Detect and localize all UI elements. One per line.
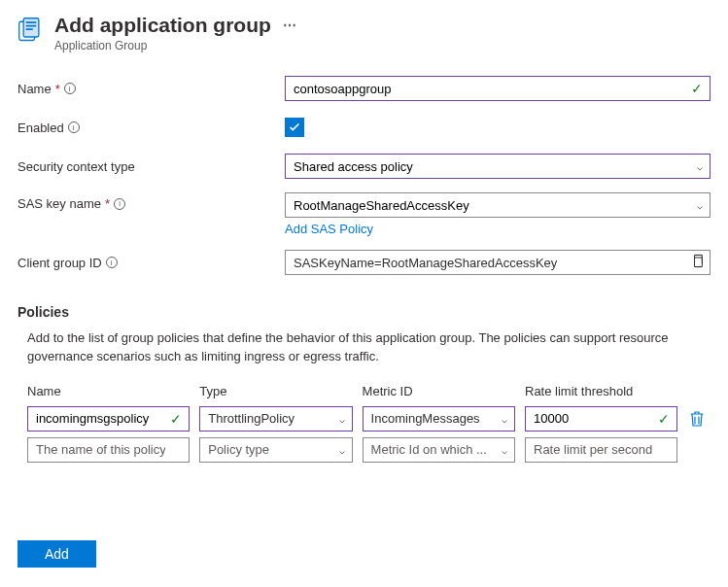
policy-row: Policy type ⌵ Metric Id on which ... ⌵ (27, 437, 711, 463)
security-context-select[interactable]: Shared access policy (285, 154, 711, 179)
policy-name-input[interactable] (27, 406, 190, 432)
svg-rect-4 (26, 28, 33, 30)
policy-rate-input[interactable] (525, 437, 677, 463)
page-subtitle: Application Group (54, 39, 711, 52)
svg-rect-3 (26, 25, 37, 27)
col-header-rate: Rate limit threshold (525, 384, 677, 398)
policy-metric-select[interactable]: Metric Id on which ... (363, 437, 515, 463)
info-icon[interactable]: i (68, 121, 80, 133)
add-button[interactable]: Add (17, 540, 96, 568)
policy-type-select[interactable]: ThrottlingPolicy (199, 406, 352, 432)
enabled-label: Enabled i (17, 121, 285, 135)
security-context-label: Security context type (17, 159, 285, 174)
more-actions-button[interactable]: ⋯ (283, 17, 296, 33)
policies-description: Add to the list of group policies that d… (27, 329, 711, 366)
policy-type-select[interactable]: Policy type (199, 437, 352, 463)
enabled-checkbox[interactable] (285, 118, 304, 137)
col-header-metric: Metric ID (363, 384, 515, 398)
name-label: Name* i (17, 82, 285, 96)
sas-key-select[interactable]: RootManageSharedAccessKey (285, 192, 711, 218)
name-input[interactable] (285, 76, 711, 101)
info-icon[interactable]: i (114, 198, 125, 210)
policy-metric-select[interactable]: IncomingMessages (363, 406, 515, 432)
trash-icon (690, 411, 704, 427)
svg-rect-5 (695, 258, 703, 267)
delete-row-button[interactable] (687, 409, 707, 429)
client-group-id-label: Client group ID i (17, 256, 285, 270)
info-icon[interactable]: i (64, 83, 76, 94)
client-group-id-value: SASKeyName=RootManageSharedAccessKey (285, 250, 711, 275)
copy-icon[interactable] (691, 255, 705, 271)
svg-rect-1 (23, 18, 39, 37)
policy-name-input[interactable] (27, 437, 190, 463)
policy-rate-input[interactable] (525, 406, 677, 432)
svg-rect-2 (26, 21, 37, 23)
page-header: Add application group ⋯ Application Grou… (17, 14, 711, 52)
policies-table: Name Type Metric ID Rate limit threshold… (27, 384, 711, 463)
page-title: Add application group (54, 14, 271, 37)
col-header-type: Type (199, 384, 352, 398)
sas-key-label: SAS key name* i (17, 192, 285, 211)
check-icon (288, 121, 301, 134)
col-header-name: Name (27, 384, 190, 398)
policies-title: Policies (17, 304, 711, 320)
info-icon[interactable]: i (106, 257, 118, 268)
policy-row: ✓ ThrottlingPolicy ⌵ IncomingMessages ⌵ … (27, 406, 711, 432)
add-sas-policy-link[interactable]: Add SAS Policy (285, 222, 373, 236)
app-group-icon (17, 17, 45, 44)
